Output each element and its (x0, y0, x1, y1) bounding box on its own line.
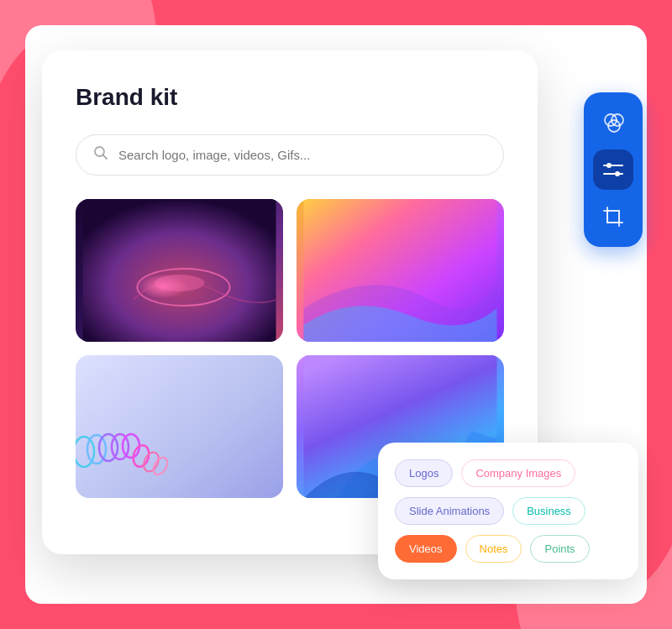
svg-point-19 (606, 163, 612, 168)
tag-notes[interactable]: Notes (465, 535, 522, 563)
page-title: Brand kit (76, 84, 504, 111)
svg-rect-2 (83, 199, 276, 342)
tags-row-1: Logos Company Images (395, 459, 622, 487)
tags-row-2: Slide Animations Business (395, 497, 622, 525)
crop-button[interactable] (593, 197, 633, 237)
image-item-1 (76, 199, 283, 342)
search-icon (93, 145, 108, 165)
tag-company[interactable]: Company Images (461, 459, 575, 487)
tag-logos[interactable]: Logos (395, 459, 453, 487)
search-bar[interactable] (76, 134, 504, 176)
sliders-button[interactable] (593, 149, 633, 190)
svg-point-13 (150, 454, 170, 476)
brand-button[interactable] (593, 102, 633, 143)
tags-row-3: Videos Notes Points (395, 535, 622, 563)
image-item-3 (76, 355, 283, 498)
svg-point-12 (141, 449, 162, 474)
image-item-2 (297, 199, 504, 342)
tags-popup: Logos Company Images Slide Animations Bu… (378, 443, 638, 579)
svg-line-1 (103, 155, 108, 159)
svg-rect-22 (607, 211, 619, 223)
tag-videos[interactable]: Videos (395, 535, 457, 563)
scene: Brand kit (25, 25, 647, 605)
svg-point-10 (123, 434, 139, 458)
search-input[interactable] (118, 148, 486, 162)
svg-point-11 (131, 443, 151, 469)
svg-point-21 (615, 171, 620, 176)
tag-business[interactable]: Business (512, 497, 585, 525)
tag-slide-animations[interactable]: Slide Animations (395, 497, 504, 525)
sidebar-toolbar (584, 92, 643, 247)
tag-points[interactable]: Points (530, 535, 589, 563)
